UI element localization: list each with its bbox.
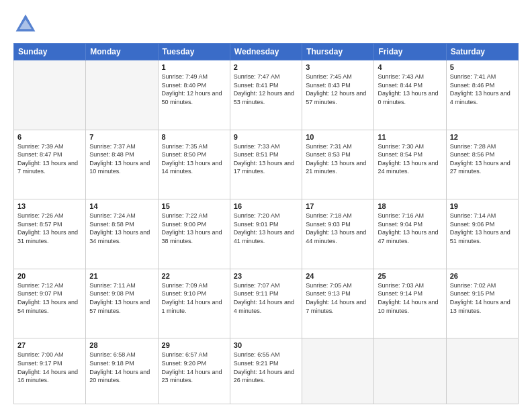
calendar-cell: 24Sunrise: 7:05 AM Sunset: 9:13 PM Dayli… — [302, 269, 374, 338]
day-info: Sunrise: 7:30 AM Sunset: 8:54 PM Dayligh… — [378, 142, 442, 176]
calendar-cell — [302, 338, 374, 404]
calendar-cell — [446, 338, 518, 404]
day-info: Sunrise: 7:12 AM Sunset: 9:07 PM Dayligh… — [17, 281, 82, 315]
calendar-cell: 11Sunrise: 7:30 AM Sunset: 8:54 PM Dayli… — [374, 130, 446, 199]
calendar-cell: 16Sunrise: 7:20 AM Sunset: 9:01 PM Dayli… — [230, 199, 302, 269]
calendar-cell: 5Sunrise: 7:41 AM Sunset: 8:46 PM Daylig… — [446, 60, 518, 130]
day-info: Sunrise: 7:35 AM Sunset: 8:50 PM Dayligh… — [162, 142, 226, 176]
day-number: 2 — [234, 63, 298, 71]
day-number: 23 — [234, 272, 298, 280]
day-info: Sunrise: 7:28 AM Sunset: 8:56 PM Dayligh… — [450, 142, 515, 176]
calendar-cell: 7Sunrise: 7:37 AM Sunset: 8:48 PM Daylig… — [86, 130, 158, 199]
day-number: 16 — [234, 202, 298, 210]
day-info: Sunrise: 7:47 AM Sunset: 8:41 PM Dayligh… — [234, 73, 298, 106]
calendar-cell — [14, 60, 86, 130]
weekday-header-row: SundayMondayTuesdayWednesdayThursdayFrid… — [14, 44, 519, 60]
day-info: Sunrise: 7:09 AM Sunset: 9:10 PM Dayligh… — [162, 281, 226, 315]
day-info: Sunrise: 7:22 AM Sunset: 9:00 PM Dayligh… — [162, 212, 226, 245]
day-number: 24 — [306, 272, 370, 280]
calendar-cell: 15Sunrise: 7:22 AM Sunset: 9:00 PM Dayli… — [158, 199, 230, 269]
calendar-cell: 28Sunrise: 6:58 AM Sunset: 9:18 PM Dayli… — [86, 338, 158, 404]
day-number: 29 — [162, 341, 226, 349]
calendar-cell: 6Sunrise: 7:39 AM Sunset: 8:47 PM Daylig… — [14, 130, 86, 199]
week-row-3: 20Sunrise: 7:12 AM Sunset: 9:07 PM Dayli… — [14, 269, 519, 338]
day-info: Sunrise: 7:00 AM Sunset: 9:17 PM Dayligh… — [17, 351, 82, 384]
weekday-header-tuesday: Tuesday — [158, 44, 230, 60]
day-info: Sunrise: 7:18 AM Sunset: 9:03 PM Dayligh… — [306, 212, 370, 245]
day-info: Sunrise: 6:57 AM Sunset: 9:20 PM Dayligh… — [162, 351, 226, 384]
weekday-header-sunday: Sunday — [14, 44, 86, 60]
calendar-cell: 8Sunrise: 7:35 AM Sunset: 8:50 PM Daylig… — [158, 130, 230, 199]
weekday-header-saturday: Saturday — [446, 44, 518, 60]
day-number: 9 — [234, 133, 298, 141]
day-number: 17 — [306, 202, 370, 210]
day-info: Sunrise: 7:31 AM Sunset: 8:53 PM Dayligh… — [306, 142, 370, 176]
page: SundayMondayTuesdayWednesdayThursdayFrid… — [0, 0, 532, 411]
day-info: Sunrise: 7:45 AM Sunset: 8:43 PM Dayligh… — [306, 73, 370, 106]
day-number: 22 — [162, 272, 226, 280]
calendar-cell: 14Sunrise: 7:24 AM Sunset: 8:58 PM Dayli… — [86, 199, 158, 269]
calendar-cell: 10Sunrise: 7:31 AM Sunset: 8:53 PM Dayli… — [302, 130, 374, 199]
day-info: Sunrise: 7:03 AM Sunset: 9:14 PM Dayligh… — [378, 281, 442, 315]
day-number: 1 — [162, 63, 226, 71]
calendar-table: SundayMondayTuesdayWednesdayThursdayFrid… — [13, 43, 519, 404]
calendar-cell: 18Sunrise: 7:16 AM Sunset: 9:04 PM Dayli… — [374, 199, 446, 269]
calendar-cell: 22Sunrise: 7:09 AM Sunset: 9:10 PM Dayli… — [158, 269, 230, 338]
week-row-1: 6Sunrise: 7:39 AM Sunset: 8:47 PM Daylig… — [14, 130, 519, 199]
calendar-cell — [86, 60, 158, 130]
calendar-cell: 21Sunrise: 7:11 AM Sunset: 9:08 PM Dayli… — [86, 269, 158, 338]
day-info: Sunrise: 7:20 AM Sunset: 9:01 PM Dayligh… — [234, 212, 298, 245]
day-number: 21 — [89, 272, 154, 280]
calendar-cell: 27Sunrise: 7:00 AM Sunset: 9:17 PM Dayli… — [14, 338, 86, 404]
day-info: Sunrise: 7:02 AM Sunset: 9:15 PM Dayligh… — [450, 281, 515, 315]
calendar-cell: 20Sunrise: 7:12 AM Sunset: 9:07 PM Dayli… — [14, 269, 86, 338]
day-info: Sunrise: 7:24 AM Sunset: 8:58 PM Dayligh… — [89, 212, 154, 245]
day-number: 5 — [450, 63, 515, 71]
weekday-header-wednesday: Wednesday — [230, 44, 302, 60]
calendar-cell: 30Sunrise: 6:55 AM Sunset: 9:21 PM Dayli… — [230, 338, 302, 404]
weekday-header-thursday: Thursday — [302, 44, 374, 60]
day-info: Sunrise: 7:07 AM Sunset: 9:11 PM Dayligh… — [234, 281, 298, 315]
day-number: 20 — [17, 272, 82, 280]
day-info: Sunrise: 7:26 AM Sunset: 8:57 PM Dayligh… — [17, 212, 82, 245]
calendar-cell: 29Sunrise: 6:57 AM Sunset: 9:20 PM Dayli… — [158, 338, 230, 404]
day-number: 15 — [162, 202, 226, 210]
calendar-cell: 9Sunrise: 7:33 AM Sunset: 8:51 PM Daylig… — [230, 130, 302, 199]
calendar-cell: 4Sunrise: 7:43 AM Sunset: 8:44 PM Daylig… — [374, 60, 446, 130]
day-number: 26 — [450, 272, 515, 280]
day-info: Sunrise: 7:43 AM Sunset: 8:44 PM Dayligh… — [378, 73, 442, 106]
day-number: 14 — [89, 202, 154, 210]
day-number: 28 — [89, 341, 154, 349]
day-number: 13 — [17, 202, 82, 210]
day-info: Sunrise: 7:14 AM Sunset: 9:06 PM Dayligh… — [450, 212, 515, 245]
day-info: Sunrise: 7:16 AM Sunset: 9:04 PM Dayligh… — [378, 212, 442, 245]
calendar-cell: 2Sunrise: 7:47 AM Sunset: 8:41 PM Daylig… — [230, 60, 302, 130]
weekday-header-monday: Monday — [86, 44, 158, 60]
day-number: 19 — [450, 202, 515, 210]
day-info: Sunrise: 7:41 AM Sunset: 8:46 PM Dayligh… — [450, 73, 515, 106]
calendar-cell — [374, 338, 446, 404]
day-info: Sunrise: 6:58 AM Sunset: 9:18 PM Dayligh… — [89, 351, 154, 384]
day-number: 25 — [378, 272, 442, 280]
calendar-cell: 26Sunrise: 7:02 AM Sunset: 9:15 PM Dayli… — [446, 269, 518, 338]
header — [13, 12, 519, 36]
day-number: 27 — [17, 341, 82, 349]
day-number: 7 — [89, 133, 154, 141]
day-number: 18 — [378, 202, 442, 210]
calendar-cell: 13Sunrise: 7:26 AM Sunset: 8:57 PM Dayli… — [14, 199, 86, 269]
day-info: Sunrise: 7:39 AM Sunset: 8:47 PM Dayligh… — [17, 142, 82, 176]
weekday-header-friday: Friday — [374, 44, 446, 60]
day-info: Sunrise: 7:37 AM Sunset: 8:48 PM Dayligh… — [89, 142, 154, 176]
logo — [13, 12, 40, 36]
day-info: Sunrise: 7:11 AM Sunset: 9:08 PM Dayligh… — [89, 281, 154, 315]
day-number: 12 — [450, 133, 515, 141]
day-number: 10 — [306, 133, 370, 141]
week-row-0: 1Sunrise: 7:49 AM Sunset: 8:40 PM Daylig… — [14, 60, 519, 130]
day-info: Sunrise: 7:33 AM Sunset: 8:51 PM Dayligh… — [234, 142, 298, 176]
day-info: Sunrise: 7:49 AM Sunset: 8:40 PM Dayligh… — [162, 73, 226, 106]
calendar-cell: 23Sunrise: 7:07 AM Sunset: 9:11 PM Dayli… — [230, 269, 302, 338]
day-number: 30 — [234, 341, 298, 349]
day-number: 8 — [162, 133, 226, 141]
calendar-cell: 25Sunrise: 7:03 AM Sunset: 9:14 PM Dayli… — [374, 269, 446, 338]
calendar-cell: 12Sunrise: 7:28 AM Sunset: 8:56 PM Dayli… — [446, 130, 518, 199]
